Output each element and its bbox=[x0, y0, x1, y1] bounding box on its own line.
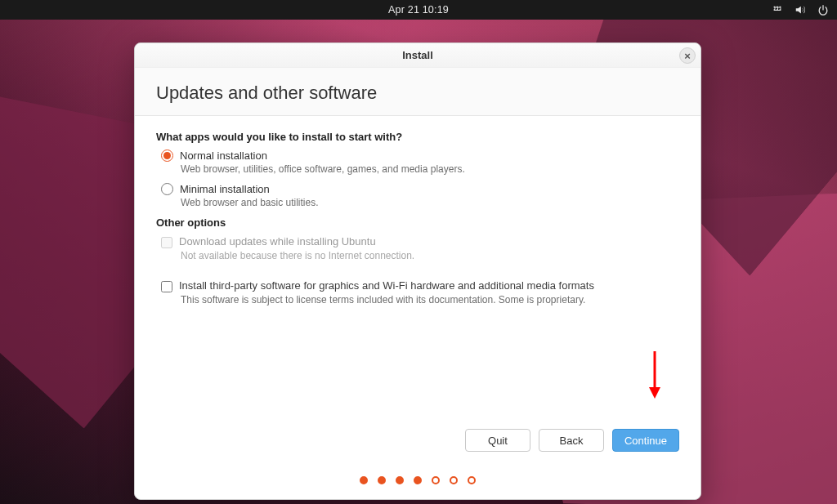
power-icon[interactable] bbox=[817, 4, 829, 16]
system-tray bbox=[772, 0, 829, 20]
close-icon: × bbox=[684, 50, 691, 62]
radio-minimal-desc: Web browser and basic utilities. bbox=[181, 197, 679, 208]
close-button[interactable]: × bbox=[679, 47, 696, 64]
quit-button[interactable]: Quit bbox=[465, 429, 530, 452]
checkbox-download-note: Not available because there is no Intern… bbox=[181, 250, 679, 261]
dialog-heading-area: Updates and other software bbox=[135, 68, 700, 116]
checkbox-third-party[interactable]: Install third-party software for graphic… bbox=[161, 279, 679, 292]
progress-dots bbox=[135, 465, 700, 499]
checkbox-third-party-input[interactable] bbox=[161, 281, 172, 292]
radio-minimal-label: Minimal installation bbox=[180, 183, 270, 195]
progress-dot bbox=[396, 476, 404, 484]
progress-dot bbox=[414, 476, 422, 484]
install-dialog: Install × Updates and other software Wha… bbox=[134, 42, 701, 500]
dialog-titlebar: Install × bbox=[135, 43, 700, 68]
radio-normal-input[interactable] bbox=[161, 149, 173, 162]
dialog-body: What apps would you like to install to s… bbox=[135, 116, 700, 419]
checkbox-third-party-note: This software is subject to license term… bbox=[181, 294, 679, 306]
progress-dot bbox=[450, 476, 458, 484]
progress-dot bbox=[378, 476, 386, 484]
progress-dot bbox=[360, 476, 368, 484]
radio-minimal-installation[interactable]: Minimal installation bbox=[161, 183, 679, 195]
page-heading: Updates and other software bbox=[156, 83, 679, 104]
network-icon[interactable] bbox=[772, 4, 783, 16]
continue-button[interactable]: Continue bbox=[612, 429, 679, 452]
checkbox-download-updates: Download updates while installing Ubuntu bbox=[161, 235, 679, 248]
question-label: What apps would you like to install to s… bbox=[156, 131, 679, 143]
other-options-heading: Other options bbox=[156, 216, 679, 229]
radio-minimal-input[interactable] bbox=[161, 183, 173, 195]
dialog-button-row: Quit Back Continue bbox=[135, 419, 700, 465]
dialog-title: Install bbox=[402, 49, 433, 61]
clock[interactable]: Apr 21 10:19 bbox=[388, 4, 449, 16]
radio-normal-label: Normal installation bbox=[180, 149, 267, 162]
checkbox-download-input bbox=[161, 237, 172, 248]
back-button[interactable]: Back bbox=[539, 429, 604, 452]
radio-normal-desc: Web browser, utilities, office software,… bbox=[181, 163, 679, 175]
volume-icon[interactable] bbox=[794, 4, 806, 16]
checkbox-download-label: Download updates while installing Ubuntu bbox=[179, 235, 376, 248]
progress-dot bbox=[432, 476, 440, 484]
progress-dot bbox=[468, 476, 476, 484]
top-bar: Apr 21 10:19 bbox=[0, 0, 837, 20]
checkbox-third-party-label: Install third-party software for graphic… bbox=[179, 279, 594, 292]
radio-normal-installation[interactable]: Normal installation bbox=[161, 149, 679, 162]
